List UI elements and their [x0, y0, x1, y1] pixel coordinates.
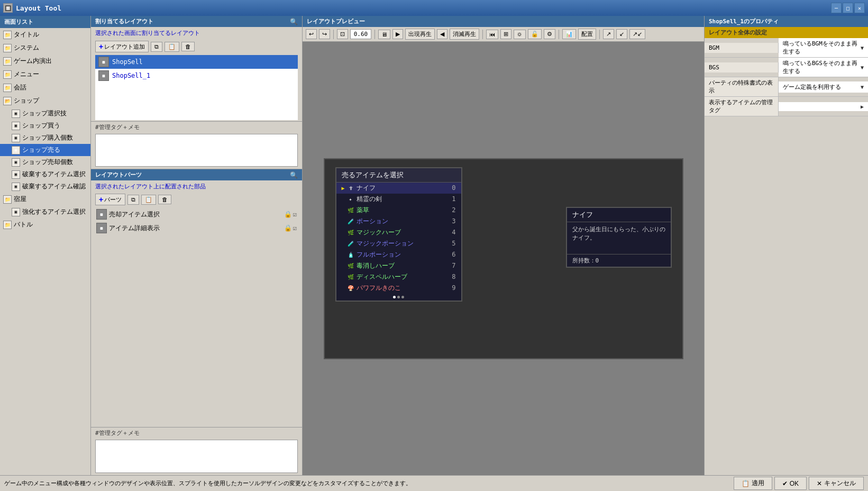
lock-icon[interactable]: 🔒: [284, 224, 292, 232]
tag-textarea-top[interactable]: [95, 134, 298, 167]
maximize-button[interactable]: □: [843, 3, 853, 13]
tag-textarea-bottom[interactable]: [95, 440, 298, 473]
preview-chart-button[interactable]: 📊: [562, 29, 576, 39]
layout-add-button[interactable]: + レイアウト追加: [95, 41, 149, 52]
shop-item-row[interactable]: ▶ 🌿 毒消しハーブ 7: [336, 260, 461, 271]
shop-item-row[interactable]: ▶ ✦ 精霊の剣 1: [336, 194, 461, 205]
parts-delete-button[interactable]: 🗑: [158, 195, 171, 204]
layout-item-shopsell1[interactable]: ■ ShopSell_1: [95, 69, 298, 83]
shop-dots: [336, 294, 461, 301]
preview-display-button[interactable]: 🖥: [378, 30, 390, 39]
sidebar-item-shop[interactable]: 📂 ショップ: [0, 94, 90, 107]
sidebar-item-shop-select[interactable]: ▣ ショップ選択技: [0, 107, 90, 120]
dot: [401, 296, 404, 298]
prop-value-bgs[interactable]: 鳴っているBGSをそのまま再生する ▼: [779, 58, 868, 77]
shop-item-row[interactable]: ▶ 🌿 マジックハーブ 4: [336, 227, 461, 238]
layout-item-shopsell[interactable]: ■ ShopSell: [95, 55, 298, 69]
layout-toolbar: + レイアウト追加 ⧉ 📋 🗑: [91, 39, 302, 54]
preview-vanish-button[interactable]: 消滅再生: [450, 29, 479, 40]
check-icon[interactable]: ☑: [293, 211, 297, 218]
preview-import-button[interactable]: ↙: [616, 29, 627, 39]
minimize-button[interactable]: ─: [831, 3, 842, 13]
preview-prev-button[interactable]: ⏮: [486, 30, 498, 39]
sidebar-item-shop-sell-count[interactable]: ▣ ショップ売却個数: [0, 156, 90, 168]
sidebar-item-title[interactable]: 📁 タイトル: [0, 28, 90, 41]
layout-add-label: レイアウト追加: [104, 43, 145, 51]
close-button[interactable]: ✕: [854, 3, 865, 13]
layout-name: ShopSell: [112, 58, 143, 66]
zoom-value[interactable]: 0.60: [350, 29, 371, 39]
parts-item-detail[interactable]: ■ アイテム詳細表示 🔒 ☑: [93, 221, 300, 235]
sidebar-item-battle[interactable]: 📁 バトル: [0, 218, 90, 231]
shop-window-title: 売るアイテムを選択: [336, 168, 461, 183]
parts-item-sell[interactable]: ■ 売却アイテム選択 🔒 ☑: [93, 207, 300, 221]
prop-row-bgm: BGM 鳴っているBGMをそのまま再生する ▼: [705, 38, 868, 58]
shop-item-row[interactable]: ▶ 🗡 ナイフ 0: [336, 183, 461, 194]
sidebar-item-menu[interactable]: 📁 メニュー: [0, 68, 90, 81]
preview-cursor-button[interactable]: ⛭: [514, 30, 526, 39]
lock-icon[interactable]: 🔒: [284, 211, 292, 218]
cancel-button[interactable]: ✕ キャンセル: [809, 477, 864, 490]
sidebar-item-shop-buy[interactable]: ▣ ショップ買う: [0, 120, 90, 132]
sidebar-item-game-effect[interactable]: 📁 ゲーム内演出: [0, 54, 90, 68]
parts-paste-button[interactable]: 📋: [141, 195, 156, 205]
item-num: 8: [452, 273, 455, 280]
sidebar-label-shop-buy: ショップ買う: [22, 121, 60, 130]
layout-thumb: ■: [98, 70, 109, 81]
preview-back-button[interactable]: ↩: [306, 29, 317, 39]
shop-item-row[interactable]: ▶ 🧪 マジックポーション 5: [336, 238, 461, 249]
sidebar-label-system: システム: [14, 43, 39, 52]
parts-search-icon[interactable]: 🔍: [290, 171, 298, 179]
layout-copy-button[interactable]: ⧉: [151, 42, 162, 52]
sidebar-item-discard-confirm[interactable]: ▣ 破棄するアイテム確認: [0, 180, 90, 193]
preview-export-button[interactable]: ↗: [603, 29, 614, 39]
item-num: 0: [452, 184, 455, 192]
layout-delete-button[interactable]: 🗑: [181, 42, 195, 51]
prop-value-item-tag[interactable]: ▶: [779, 102, 868, 111]
preview-extra-button[interactable]: ↗↙: [629, 29, 645, 39]
shop-item-row[interactable]: ▶ 🧪 ポーション 3: [336, 216, 461, 227]
ok-button[interactable]: ✔ OK: [774, 477, 807, 490]
parts-add-button[interactable]: + パーツ: [95, 194, 125, 205]
preview-disappear-button[interactable]: ◀: [437, 29, 447, 39]
preview-forward-button[interactable]: ↪: [319, 29, 330, 39]
sidebar-item-shop-buy-count[interactable]: ▣ ショップ購入個数: [0, 132, 90, 144]
preview-settings-button[interactable]: ⚙: [544, 29, 555, 39]
sidebar-label-menu: メニュー: [14, 70, 39, 79]
shop-item-row[interactable]: ▶ 🌿 ディスペルハーブ 8: [336, 271, 461, 283]
sidebar-item-talk[interactable]: 📁 会話: [0, 81, 90, 94]
preview-fit-button[interactable]: ⊡: [337, 29, 348, 39]
main-content: 画面リスト 📁 タイトル 📁 システム 📁 ゲーム内演出 📁 メニュー 📁 会話…: [0, 16, 868, 475]
shop-item-row[interactable]: ▶ 🧴 フルポーション 6: [336, 249, 461, 260]
sidebar-item-enhance[interactable]: ▣ 強化するアイテム選択: [0, 206, 90, 218]
prop-value-bgm[interactable]: 鳴っているBGMをそのまま再生する ▼: [779, 38, 868, 57]
prop-value-party-display[interactable]: ゲーム定義を利用する ▼: [779, 81, 868, 93]
check-icon[interactable]: ☑: [293, 224, 297, 232]
item-name: 精霊の剣: [357, 195, 382, 204]
preview-appear-button[interactable]: 出現再生: [405, 29, 435, 40]
parts-copy-button[interactable]: ⧉: [127, 195, 139, 205]
sidebar-item-inn[interactable]: 📁 宿屋: [0, 193, 90, 206]
preview-play-button[interactable]: ▶: [392, 29, 403, 39]
preview-unlock-button[interactable]: 🔓: [528, 29, 542, 39]
preview-place-button[interactable]: 配置: [578, 29, 596, 40]
sidebar-item-discard-select[interactable]: ▣ 破棄するアイテム選択: [0, 168, 90, 180]
sidebar-header: 画面リスト: [0, 16, 90, 28]
shop-item-row[interactable]: ▶ 🌿 薬草 2: [336, 205, 461, 216]
status-text: ゲーム中のメニュー構成や各種ウィンドウのデザインや表示位置、スプライトを使用した…: [4, 479, 412, 487]
search-icon[interactable]: 🔍: [290, 18, 298, 25]
sidebar-label-battle: バトル: [14, 220, 33, 229]
item-icon: ▣: [12, 208, 20, 216]
folder-icon: 📁: [3, 221, 12, 229]
layout-list: ■ ShopSell ■ ShopSell_1: [95, 55, 298, 120]
item-icon: ▣: [12, 122, 20, 130]
layout-paste-button[interactable]: 📋: [165, 42, 179, 52]
shop-item-row[interactable]: ▶ 🍄 パワフルきのこ 9: [336, 283, 461, 294]
sidebar-item-system[interactable]: 📁 システム: [0, 41, 90, 54]
parts-subtitle: 選択されたレイアウト上に配置された部品: [91, 180, 302, 193]
sidebar-item-shop-sell[interactable]: ▣ ショップ売る: [0, 144, 90, 156]
apply-button[interactable]: 📋 適用: [734, 477, 772, 490]
item-icon: ▣: [12, 183, 20, 191]
sidebar-label-talk: 会話: [14, 83, 26, 92]
preview-grid-button[interactable]: ⊞: [500, 29, 511, 39]
